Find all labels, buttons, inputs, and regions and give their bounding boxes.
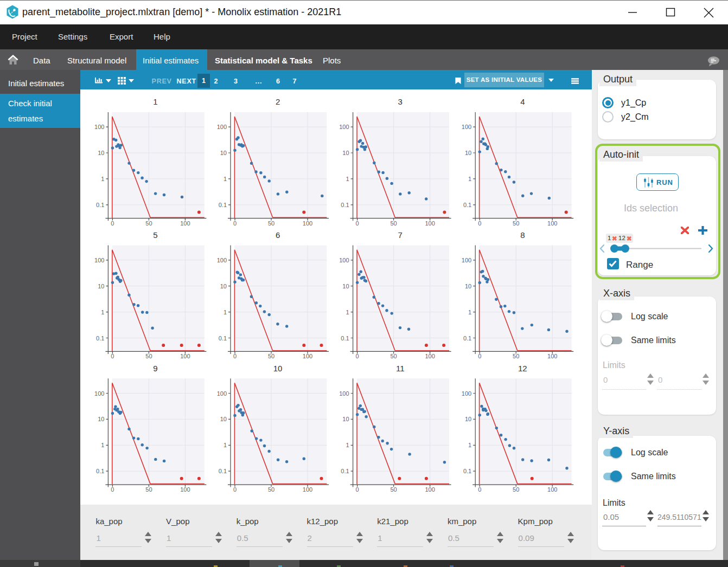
svg-text:0.1: 0.1 — [463, 202, 471, 208]
svg-text:1: 1 — [346, 309, 349, 315]
svg-text:100: 100 — [217, 390, 227, 397]
svg-text:1: 1 — [468, 309, 471, 315]
svg-text:1: 1 — [101, 309, 104, 315]
svg-text:50: 50 — [145, 220, 152, 227]
svg-text:6: 6 — [276, 230, 280, 240]
svg-text:0: 0 — [478, 353, 481, 359]
svg-text:0: 0 — [111, 353, 114, 359]
svg-text:100: 100 — [94, 390, 104, 397]
svg-text:10: 10 — [220, 283, 227, 289]
svg-text:10: 10 — [98, 416, 104, 422]
svg-text:100: 100 — [94, 257, 104, 263]
svg-text:100: 100 — [462, 257, 471, 263]
svg-text:50: 50 — [145, 353, 152, 359]
svg-text:0.1: 0.1 — [219, 335, 227, 342]
svg-text:100: 100 — [425, 486, 435, 493]
svg-text:0.1: 0.1 — [463, 335, 471, 342]
svg-text:50: 50 — [513, 486, 519, 493]
svg-text:0.1: 0.1 — [96, 468, 104, 474]
svg-text:0: 0 — [356, 486, 359, 493]
svg-text:100: 100 — [462, 124, 471, 130]
svg-text:1: 1 — [468, 442, 471, 448]
svg-text:12: 12 — [518, 364, 527, 373]
svg-text:1: 1 — [223, 176, 227, 182]
svg-text:10: 10 — [342, 150, 349, 156]
svg-text:0.1: 0.1 — [219, 468, 227, 474]
svg-text:100: 100 — [425, 353, 435, 359]
svg-text:1: 1 — [346, 442, 349, 448]
svg-text:0: 0 — [233, 220, 237, 227]
svg-text:50: 50 — [145, 486, 152, 493]
svg-text:100: 100 — [547, 353, 557, 359]
svg-text:10: 10 — [342, 283, 349, 289]
svg-text:100: 100 — [303, 486, 312, 493]
svg-text:0: 0 — [233, 486, 237, 493]
svg-text:100: 100 — [339, 124, 349, 130]
svg-text:100: 100 — [180, 353, 190, 359]
svg-text:0.1: 0.1 — [219, 202, 227, 208]
svg-text:0: 0 — [233, 353, 237, 359]
svg-text:50: 50 — [390, 353, 397, 359]
svg-text:10: 10 — [465, 150, 471, 156]
svg-text:1: 1 — [153, 97, 157, 106]
svg-text:0.1: 0.1 — [463, 468, 471, 474]
svg-text:50: 50 — [390, 486, 397, 493]
svg-text:100: 100 — [94, 124, 104, 130]
svg-text:4: 4 — [520, 97, 525, 106]
svg-text:100: 100 — [339, 257, 349, 263]
svg-text:100: 100 — [217, 257, 227, 263]
svg-text:5: 5 — [153, 230, 157, 240]
svg-text:10: 10 — [465, 416, 471, 422]
svg-text:0: 0 — [478, 486, 481, 493]
svg-text:100: 100 — [180, 486, 190, 493]
svg-text:3: 3 — [398, 97, 403, 106]
svg-text:1: 1 — [101, 442, 104, 448]
svg-text:0: 0 — [356, 353, 359, 359]
svg-text:9: 9 — [153, 364, 157, 373]
svg-text:1: 1 — [223, 442, 227, 448]
svg-text:50: 50 — [268, 220, 274, 227]
svg-text:0: 0 — [478, 220, 481, 227]
svg-text:0.1: 0.1 — [341, 202, 349, 208]
svg-text:0.1: 0.1 — [341, 335, 349, 342]
svg-text:0: 0 — [356, 220, 359, 227]
svg-text:100: 100 — [303, 220, 312, 227]
svg-text:1: 1 — [346, 176, 349, 182]
svg-text:0: 0 — [111, 486, 114, 493]
svg-text:0: 0 — [111, 220, 114, 227]
svg-text:50: 50 — [513, 220, 519, 227]
svg-text:0.1: 0.1 — [96, 202, 104, 208]
svg-text:1: 1 — [468, 176, 471, 182]
svg-text:10: 10 — [98, 150, 104, 156]
svg-text:50: 50 — [268, 486, 274, 493]
svg-text:100: 100 — [425, 220, 435, 227]
svg-text:2: 2 — [276, 97, 280, 106]
svg-text:100: 100 — [217, 124, 227, 130]
svg-text:50: 50 — [513, 353, 519, 359]
svg-text:50: 50 — [268, 353, 274, 359]
svg-text:0.1: 0.1 — [96, 335, 104, 342]
svg-text:1: 1 — [101, 176, 104, 182]
svg-text:100: 100 — [547, 220, 557, 227]
svg-text:100: 100 — [462, 390, 471, 397]
svg-text:10: 10 — [98, 283, 104, 289]
svg-text:100: 100 — [339, 390, 349, 397]
svg-text:1: 1 — [223, 309, 227, 315]
svg-text:10: 10 — [465, 283, 471, 289]
svg-text:10: 10 — [342, 416, 349, 422]
svg-text:10: 10 — [220, 416, 227, 422]
svg-text:100: 100 — [303, 353, 312, 359]
svg-text:7: 7 — [398, 230, 403, 240]
svg-text:50: 50 — [390, 220, 397, 227]
svg-text:100: 100 — [180, 220, 190, 227]
svg-text:100: 100 — [547, 486, 557, 493]
svg-text:8: 8 — [520, 230, 525, 240]
svg-text:10: 10 — [220, 150, 227, 156]
svg-text:10: 10 — [273, 364, 283, 373]
svg-text:0.1: 0.1 — [341, 468, 349, 474]
svg-text:11: 11 — [396, 364, 405, 373]
